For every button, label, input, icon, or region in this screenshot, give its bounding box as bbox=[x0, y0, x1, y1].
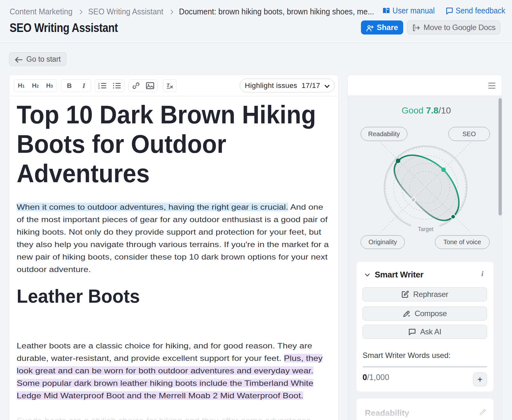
svg-text:Target: Target bbox=[418, 226, 434, 232]
svg-text:3: 3 bbox=[98, 87, 100, 89]
svg-text:T: T bbox=[166, 82, 170, 88]
